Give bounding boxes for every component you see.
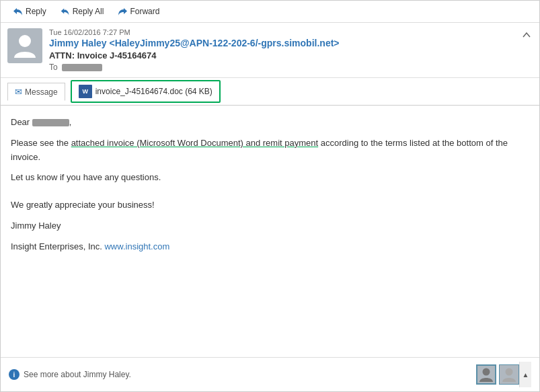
signature-line3: Insight Enterprises, Inc. www.insight.co…	[11, 240, 529, 254]
reply-icon	[13, 7, 24, 16]
attached-invoice-text: attached invoice (Microsoft Word Documen…	[71, 138, 319, 148]
reply-label: Reply	[26, 7, 46, 16]
message-tab-icon: ✉	[15, 87, 22, 97]
greeting-line: Dear ,	[11, 116, 529, 130]
to-address-blurred	[62, 64, 102, 71]
footer-avatar-1[interactable]	[476, 364, 496, 385]
footer-info: i See more about Jimmy Haley.	[9, 369, 131, 380]
company-name: Insight Enterprises, Inc.	[11, 241, 102, 251]
signature-line1: We greatly appreciate your business!	[11, 198, 529, 212]
forward-icon	[117, 7, 128, 16]
signature-line2: Jimmy Haley	[11, 219, 529, 233]
email-body: Dear , Please see the attached invoice (…	[1, 106, 539, 357]
reply-button[interactable]: Reply	[7, 5, 52, 18]
info-icon: i	[9, 369, 20, 380]
email-header: Tue 16/02/2016 7:27 PM Jimmy Haley <Hale…	[1, 23, 539, 78]
email-to: To	[49, 63, 514, 72]
email-date: Tue 16/02/2016 7:27 PM	[49, 28, 514, 36]
tab-attachment[interactable]: W invoice_J-45164674.doc (64 KB)	[71, 80, 221, 103]
email-subject: ATTN: Invoice J-45164674	[49, 50, 514, 61]
svg-point-1	[483, 368, 490, 376]
email-meta: Tue 16/02/2016 7:27 PM Jimmy Haley <Hale…	[49, 28, 514, 72]
to-label: To	[49, 63, 58, 72]
attachment-label: invoice_J-45164674.doc (64 KB)	[95, 87, 213, 96]
recipient-name-blurred	[32, 119, 69, 126]
scroll-up-button[interactable]: ▲	[519, 362, 531, 387]
sender-avatar	[7, 28, 42, 63]
reply-all-button[interactable]: Reply All	[54, 5, 110, 18]
doc-icon: W	[79, 85, 92, 98]
reply-all-icon	[60, 7, 71, 16]
email-container: Reply Reply All Forward	[0, 0, 540, 392]
email-signature: We greatly appreciate your business! Jim…	[11, 198, 529, 253]
company-website-link[interactable]: www.insight.com	[104, 241, 169, 251]
tabs-area: ✉ Message W invoice_J-45164674.doc (64 K…	[1, 78, 539, 106]
forward-button[interactable]: Forward	[112, 5, 165, 18]
footer: i See more about Jimmy Haley.	[1, 357, 539, 391]
toolbar: Reply Reply All Forward	[1, 1, 539, 23]
tab-message-label: Message	[25, 87, 58, 97]
collapse-button[interactable]	[520, 28, 533, 42]
reply-all-label: Reply All	[73, 7, 104, 16]
greeting-text: Dear	[11, 117, 30, 127]
body-paragraph2: Let us know if you have any questions.	[11, 171, 529, 185]
tab-message[interactable]: ✉ Message	[7, 83, 65, 101]
footer-avatars	[476, 364, 519, 385]
footer-avatar-2[interactable]	[499, 364, 519, 385]
body-paragraph1: Please see the attached invoice (Microso…	[11, 136, 529, 165]
forward-label: Forward	[130, 7, 159, 16]
footer-info-text: See more about Jimmy Haley.	[24, 370, 131, 379]
email-from: Jimmy Haley <HaleyJimmy25@APN-122-202-6/…	[49, 38, 514, 48]
scroll-up-icon: ▲	[523, 371, 529, 379]
svg-point-2	[506, 368, 513, 376]
svg-point-0	[19, 35, 31, 47]
